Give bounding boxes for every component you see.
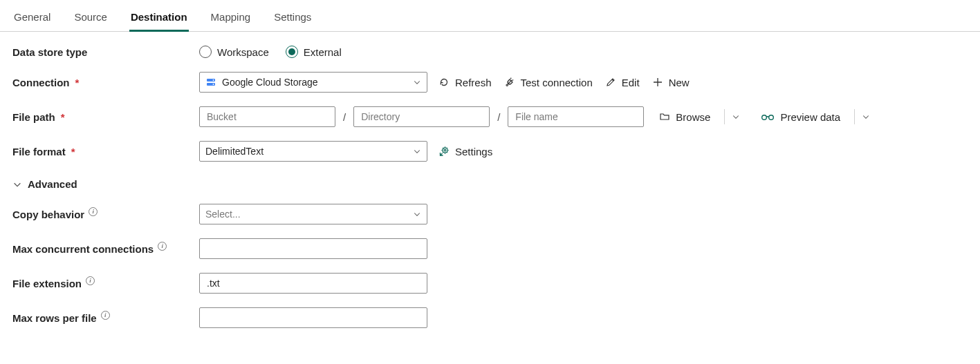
test-connection-button[interactable]: Test connection <box>503 77 594 88</box>
format-settings-button[interactable]: Settings <box>437 146 494 157</box>
edit-label: Edit <box>622 77 640 88</box>
connection-select[interactable]: Google Cloud Storage <box>199 72 427 93</box>
max-concurrent-input[interactable] <box>199 238 427 259</box>
copy-behavior-select[interactable]: Select... <box>199 204 427 224</box>
tab-source[interactable]: Source <box>73 6 109 32</box>
file-format-value: DelimitedText <box>205 146 264 157</box>
refresh-label: Refresh <box>455 77 492 88</box>
test-connection-label: Test connection <box>521 77 593 88</box>
preview-data-button[interactable]: Preview data <box>759 111 842 123</box>
label-copy-behavior: Copy behavior i <box>12 209 192 220</box>
browse-button[interactable]: Browse <box>658 111 712 123</box>
label-max-concurrent: Max concurrent connections i <box>12 243 192 255</box>
file-format-select[interactable]: DelimitedText <box>199 141 427 162</box>
advanced-label: Advanced <box>28 178 77 190</box>
required-icon: * <box>75 77 80 88</box>
chevron-down-icon <box>732 113 740 121</box>
folder-icon <box>659 111 670 122</box>
tab-bar: General Source Destination Mapping Setti… <box>0 6 980 32</box>
path-separator: / <box>342 111 346 123</box>
bucket-input[interactable] <box>199 106 335 127</box>
chevron-down-icon <box>862 113 870 121</box>
path-separator: / <box>497 111 501 123</box>
google-cloud-storage-icon <box>205 77 216 88</box>
info-icon[interactable]: i <box>89 207 98 216</box>
radio-workspace[interactable]: Workspace <box>199 46 269 58</box>
chevron-down-icon <box>12 180 22 189</box>
file-extension-input[interactable] <box>199 273 427 294</box>
glasses-icon <box>761 113 775 121</box>
settings-gear-icon <box>438 146 450 157</box>
edit-button[interactable]: Edit <box>604 77 641 88</box>
radio-external[interactable]: External <box>286 46 342 58</box>
info-icon[interactable]: i <box>158 242 167 251</box>
tab-settings[interactable]: Settings <box>272 6 313 32</box>
chevron-down-icon <box>413 210 421 218</box>
radio-dot-icon <box>286 46 298 58</box>
plus-icon <box>652 77 663 88</box>
label-file-extension: File extension i <box>12 278 192 289</box>
preview-more-button[interactable] <box>854 109 870 124</box>
browse-label: Browse <box>676 111 710 123</box>
connection-value: Google Cloud Storage <box>222 77 318 88</box>
tab-destination[interactable]: Destination <box>129 6 189 32</box>
tab-mapping[interactable]: Mapping <box>210 6 252 32</box>
max-rows-input[interactable] <box>199 307 427 328</box>
destination-form: Data store type Workspace External Conne… <box>0 32 980 328</box>
plug-icon <box>504 77 515 88</box>
file-path-group: / / <box>199 106 644 127</box>
new-label: New <box>669 77 690 88</box>
filename-input[interactable] <box>508 106 644 127</box>
label-data-store-type: Data store type <box>12 46 192 58</box>
required-icon: * <box>71 146 75 157</box>
data-store-type-radio-group: Workspace External <box>199 46 342 58</box>
directory-input[interactable] <box>353 106 490 127</box>
info-icon[interactable]: i <box>86 276 95 285</box>
refresh-icon <box>438 77 450 88</box>
radio-dot-icon <box>199 46 212 58</box>
label-file-format: File format* <box>12 146 192 157</box>
refresh-button[interactable]: Refresh <box>437 77 493 88</box>
info-icon[interactable]: i <box>101 311 110 320</box>
preview-label: Preview data <box>780 111 840 123</box>
chevron-down-icon <box>413 147 421 155</box>
label-file-path: File path* <box>12 111 192 123</box>
radio-external-label: External <box>304 46 342 58</box>
new-button[interactable]: New <box>651 77 691 88</box>
required-icon: * <box>61 111 65 123</box>
copy-behavior-placeholder: Select... <box>205 209 241 220</box>
format-settings-label: Settings <box>455 146 492 157</box>
chevron-down-icon <box>413 78 421 86</box>
label-connection: Connection* <box>12 77 192 88</box>
pencil-icon <box>605 77 616 88</box>
radio-workspace-label: Workspace <box>217 46 269 58</box>
tab-general[interactable]: General <box>12 6 52 32</box>
browse-more-button[interactable] <box>724 109 740 124</box>
advanced-toggle[interactable]: Advanced <box>12 178 968 190</box>
label-max-rows: Max rows per file i <box>12 312 192 324</box>
